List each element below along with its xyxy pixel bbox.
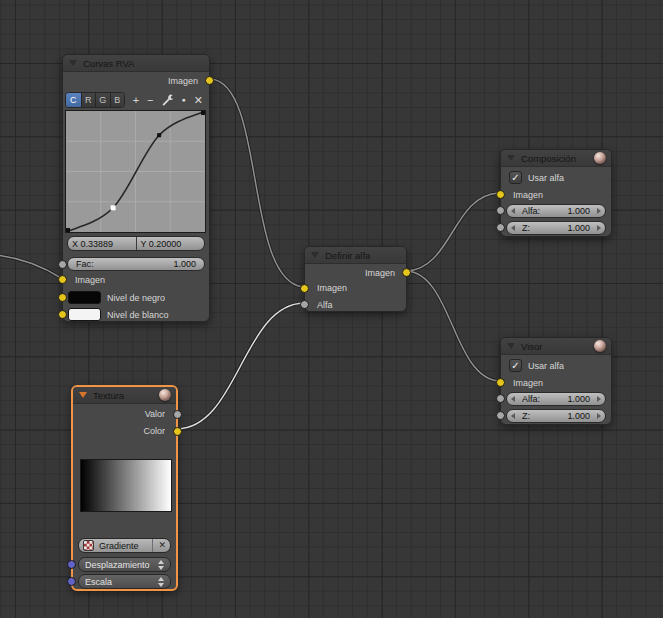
input-label-imagen: Imagen [75, 275, 105, 285]
texture-selector[interactable]: Gradiente ✕ [78, 538, 171, 553]
socket-input-z[interactable] [496, 411, 505, 420]
socket-input-alfa[interactable] [300, 300, 309, 309]
wrench-icon[interactable] [162, 94, 174, 106]
material-sphere-icon [159, 389, 171, 401]
white-level-swatch[interactable] [68, 308, 101, 321]
alfa-value-field[interactable]: Alfa: 1.000 [506, 392, 606, 406]
increment-icon[interactable] [597, 396, 601, 402]
socket-input-black-level[interactable] [58, 293, 67, 302]
socket-input-imagen[interactable] [58, 275, 67, 284]
socket-input-fac[interactable] [58, 260, 67, 269]
point-y-field[interactable]: Y 0.20000 [136, 237, 205, 250]
use-alpha-row: ✓ Usar alfa [509, 171, 564, 184]
curve-toolbar: C R G B + − ● ✕ [65, 92, 207, 108]
white-level-label: Nivel de blanco [107, 310, 169, 320]
increment-icon[interactable] [597, 208, 601, 214]
use-alpha-checkbox[interactable]: ✓ [509, 359, 522, 372]
z-value-field[interactable]: Z: 1.000 [506, 409, 606, 423]
use-alpha-row: ✓ Usar alfa [509, 359, 564, 372]
node-title: Curvas RVA [83, 58, 134, 69]
node-title: Definir alfa [325, 250, 370, 261]
channel-buttons: C R G B [65, 92, 125, 108]
z-value-field[interactable]: Z: 1.000 [506, 221, 606, 235]
delete-point-icon[interactable]: ✕ [194, 93, 203, 107]
material-sphere-icon [594, 340, 606, 352]
point-x-field[interactable]: X 0.33889 [68, 237, 136, 250]
socket-input-imagen[interactable] [496, 190, 505, 199]
use-alpha-label: Usar alfa [528, 173, 564, 183]
collapse-triangle-icon[interactable] [69, 60, 77, 66]
texture-name: Gradiente [99, 541, 139, 551]
node-title: Visor [521, 341, 542, 352]
material-sphere-icon [594, 152, 606, 164]
alfa-value-field[interactable]: Alfa: 1.000 [506, 204, 606, 218]
socket-output-imagen[interactable] [402, 268, 411, 277]
node-visor[interactable]: Visor ✓ Usar alfa Imagen Alfa: 1.000 Z: … [500, 337, 612, 425]
socket-input-imagen[interactable] [496, 378, 505, 387]
texture-checker-icon [83, 540, 94, 551]
scale-field[interactable]: Escala [78, 574, 171, 589]
input-label-imagen: Imagen [513, 190, 543, 200]
decrement-icon[interactable] [511, 396, 515, 402]
socket-input-white-level[interactable] [58, 310, 67, 319]
socket-output-imagen[interactable] [205, 76, 214, 85]
socket-input-desplazamiento[interactable] [67, 560, 76, 569]
node-header-definir-alfa[interactable]: Definir alfa [305, 247, 406, 264]
curve-widget[interactable] [65, 110, 206, 233]
texture-preview [80, 459, 172, 512]
stepper-icon[interactable] [154, 577, 164, 587]
socket-input-alfa[interactable] [496, 206, 505, 215]
input-label-imagen: Imagen [513, 378, 543, 388]
node-curvas-rva[interactable]: Curvas RVA Imagen C R G B + − ● ✕ [62, 54, 210, 322]
node-header-visor[interactable]: Visor [501, 338, 611, 355]
node-header-textura[interactable]: Textura [73, 387, 176, 404]
decrement-icon[interactable] [511, 208, 515, 214]
channel-button-b[interactable]: B [110, 93, 125, 107]
collapse-triangle-icon[interactable] [507, 343, 515, 349]
collapse-triangle-icon[interactable] [79, 392, 87, 398]
node-header-composicion[interactable]: Composición [501, 150, 611, 167]
increment-icon[interactable] [597, 225, 601, 231]
zoom-out-icon[interactable]: − [147, 93, 153, 107]
node-composicion[interactable]: Composición ✓ Usar alfa Imagen Alfa: 1.0… [500, 149, 612, 237]
point-coordinate-fields: X 0.33889 Y 0.20000 [67, 236, 205, 251]
use-alpha-label: Usar alfa [528, 361, 564, 371]
node-header-curvas-rva[interactable]: Curvas RVA [63, 55, 209, 72]
node-textura[interactable]: Textura Valor Color Gradiente ✕ Desplaza… [71, 385, 178, 591]
socket-input-alfa[interactable] [496, 394, 505, 403]
node-definir-alfa[interactable]: Definir alfa Imagen Imagen Alfa [304, 246, 407, 312]
node-editor-canvas[interactable]: Curvas RVA Imagen C R G B + − ● ✕ [0, 0, 663, 618]
collapse-triangle-icon[interactable] [507, 155, 515, 161]
offset-field[interactable]: Desplazamiento [78, 557, 171, 572]
channel-button-c[interactable]: C [66, 93, 81, 107]
use-alpha-checkbox[interactable]: ✓ [509, 171, 522, 184]
black-level-swatch[interactable] [68, 291, 101, 304]
black-level-label: Nivel de negro [107, 293, 165, 303]
channel-button-g[interactable]: G [95, 93, 110, 107]
socket-output-valor[interactable] [173, 410, 182, 419]
decrement-icon[interactable] [511, 413, 515, 419]
collapse-triangle-icon[interactable] [311, 252, 319, 258]
clipping-dot-icon[interactable]: ● [182, 93, 186, 107]
channel-button-r[interactable]: R [81, 93, 96, 107]
output-label-valor: Valor [145, 409, 165, 419]
decrement-icon[interactable] [511, 225, 515, 231]
fac-slider[interactable]: Fac: 1.000 [67, 257, 205, 271]
increment-icon[interactable] [597, 413, 601, 419]
wire-offscreen-to-curvas [0, 255, 61, 278]
output-label-color: Color [143, 426, 165, 436]
unlink-texture-icon[interactable]: ✕ [152, 539, 166, 552]
output-label-imagen: Imagen [365, 268, 395, 278]
stepper-icon[interactable] [154, 560, 164, 570]
socket-input-imagen[interactable] [300, 284, 309, 293]
input-label-alfa: Alfa [317, 300, 333, 310]
node-title: Composición [521, 153, 576, 164]
socket-output-color[interactable] [173, 427, 182, 436]
wire-curvas-to-definiralfa [211, 79, 303, 287]
wire-definiralfa-to-visor [407, 271, 499, 381]
node-title: Textura [93, 390, 124, 401]
output-label-imagen: Imagen [168, 76, 198, 86]
zoom-in-icon[interactable]: + [133, 93, 139, 107]
socket-input-escala[interactable] [67, 577, 76, 586]
socket-input-z[interactable] [496, 223, 505, 232]
